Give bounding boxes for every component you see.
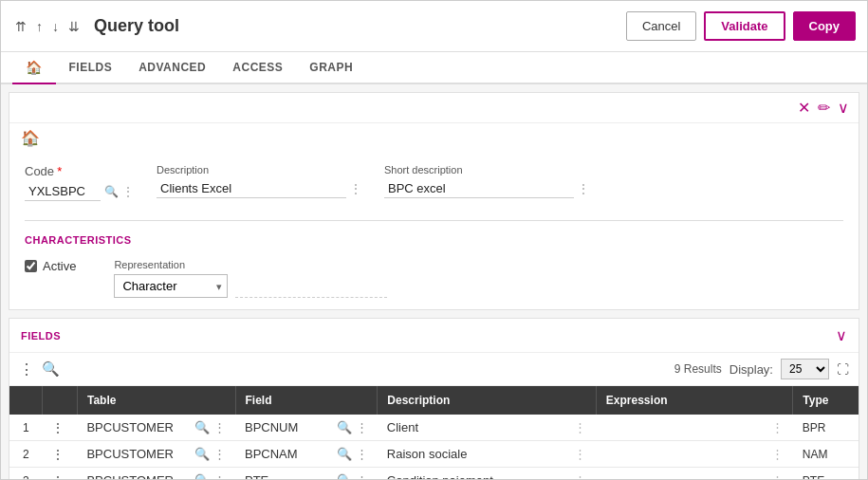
- search-cell-icon[interactable]: 🔍: [194, 447, 210, 461]
- tab-home[interactable]: 🏠: [12, 52, 56, 84]
- row-field: BPCNAM 🔍 ⋮: [235, 441, 378, 468]
- field-search-icon[interactable]: 🔍: [337, 447, 352, 461]
- cancel-button[interactable]: Cancel: [626, 11, 696, 41]
- more-icon[interactable]: ⋮: [122, 185, 134, 198]
- description-label: Description: [157, 164, 361, 175]
- expression-more-icon[interactable]: ⋮: [771, 473, 784, 479]
- more-cell-icon[interactable]: ⋮: [213, 473, 226, 479]
- field-search-icon[interactable]: 🔍: [337, 420, 352, 434]
- description-text: Raison sociale: [387, 447, 468, 461]
- fields-section: FIELDS ∨ ⋮ 🔍 9 Results Display: 25 50 10…: [9, 318, 859, 479]
- form-section: ✕ ✏ ∨ 🏠 Code * YXLSBPC: [9, 92, 859, 310]
- field-value: BPCNUM: [245, 420, 298, 434]
- description-more-icon[interactable]: ⋮: [574, 473, 586, 479]
- arrow-first-icon[interactable]: ⇈: [12, 17, 29, 36]
- drag-handle[interactable]: ⋮: [43, 468, 78, 480]
- tab-access[interactable]: ACCESS: [219, 53, 296, 83]
- tab-graph[interactable]: GRAPH: [296, 53, 366, 83]
- description-value-row: Clients Excel ⋮: [157, 179, 361, 198]
- active-checkbox-item: Active: [25, 259, 76, 273]
- description-field: Description Clients Excel ⋮: [157, 164, 361, 198]
- edit-icon[interactable]: ✏: [818, 99, 830, 117]
- active-checkbox[interactable]: [25, 260, 37, 272]
- tab-advanced[interactable]: ADVANCED: [125, 53, 219, 83]
- toolbar-search-icon[interactable]: 🔍: [42, 360, 60, 378]
- copy-button[interactable]: Copy: [793, 11, 857, 41]
- table-value: BPCUSTOMER: [86, 473, 174, 479]
- expression-more-icon[interactable]: ⋮: [771, 447, 784, 461]
- representation-select-row: Character Numeric Date: [114, 274, 387, 298]
- page-title: Query tool: [94, 16, 626, 36]
- col-header-field: Field: [235, 386, 378, 415]
- fields-collapse-icon[interactable]: ∨: [836, 326, 847, 344]
- more-cell-icon[interactable]: ⋮: [213, 420, 226, 434]
- arrow-down-icon[interactable]: ↓: [49, 17, 62, 36]
- fields-section-title: FIELDS: [21, 330, 61, 342]
- representation-select[interactable]: Character Numeric Date: [114, 274, 228, 298]
- field-value: PTE: [245, 473, 268, 479]
- col-header-num: [9, 386, 43, 415]
- search-cell-icon[interactable]: 🔍: [194, 473, 210, 479]
- table-header-row: Table Field Description Expression Type: [9, 386, 859, 415]
- expression-more-icon[interactable]: ⋮: [771, 420, 784, 434]
- table-toolbar: ⋮ 🔍 9 Results Display: 25 50 100 ⛶: [9, 353, 859, 386]
- row-table: BPCUSTOMER 🔍 ⋮: [77, 468, 235, 480]
- more-cell-icon[interactable]: ⋮: [213, 447, 226, 461]
- code-value-row: YXLSBPC 🔍 ⋮: [25, 182, 134, 201]
- row-num: 3: [9, 468, 43, 480]
- display-count-select[interactable]: 25 50 100: [781, 359, 829, 379]
- row-expression: ⋮: [596, 441, 792, 468]
- top-bar: ⇈ ↑ ↓ ⇊ Query tool Cancel Validate Copy: [1, 1, 867, 52]
- top-bar-actions: Cancel Validate Copy: [626, 11, 856, 41]
- representation-select-wrapper: Character Numeric Date: [114, 274, 228, 298]
- drag-handle[interactable]: ⋮: [43, 441, 78, 468]
- search-cell-icon[interactable]: 🔍: [194, 420, 210, 434]
- description-more-icon[interactable]: ⋮: [574, 420, 586, 434]
- table-toolbar-right: 9 Results Display: 25 50 100 ⛶: [674, 359, 849, 379]
- short-description-field: Short description BPC excel ⋮: [384, 164, 589, 198]
- col-header-type: Type: [793, 386, 859, 415]
- description-more-icon[interactable]: ⋮: [350, 182, 361, 195]
- short-desc-more-icon[interactable]: ⋮: [578, 182, 589, 195]
- arrow-up-icon[interactable]: ↑: [33, 17, 46, 36]
- arrow-last-icon[interactable]: ⇊: [65, 17, 83, 36]
- collapse-icon[interactable]: ∨: [838, 99, 849, 117]
- delete-icon[interactable]: ✕: [798, 99, 810, 117]
- col-header-expression: Expression: [596, 386, 792, 415]
- field-more-icon[interactable]: ⋮: [356, 447, 368, 461]
- row-field: PTE 🔍 ⋮: [235, 468, 378, 480]
- row-table: BPCUSTOMER 🔍 ⋮: [77, 441, 235, 468]
- representation-extra-input[interactable]: [235, 275, 387, 298]
- fields-section-header: FIELDS ∨: [9, 319, 859, 353]
- col-header-table: Table: [77, 386, 235, 415]
- required-indicator: *: [57, 164, 62, 178]
- col-header-drag: [43, 386, 78, 415]
- col-header-description: Description: [378, 386, 597, 415]
- field-more-icon[interactable]: ⋮: [356, 420, 368, 434]
- table-row: 3 ⋮ BPCUSTOMER 🔍 ⋮ PTE 🔍 ⋮ Conditi: [9, 468, 859, 480]
- field-more-icon[interactable]: ⋮: [356, 473, 368, 479]
- results-count: 9 Results: [674, 362, 722, 376]
- row-expression: ⋮: [596, 468, 792, 480]
- section-divider: [25, 220, 843, 221]
- row-description: Condition paiement ⋮: [378, 468, 597, 480]
- description-more-icon[interactable]: ⋮: [574, 447, 586, 461]
- short-description-value: BPC excel: [384, 179, 574, 198]
- search-icon[interactable]: 🔍: [104, 185, 119, 198]
- table-toolbar-left: ⋮ 🔍: [19, 360, 60, 378]
- row-field: BPCNUM 🔍 ⋮: [235, 415, 378, 441]
- table-row: 2 ⋮ BPCUSTOMER 🔍 ⋮ BPCNAM 🔍 ⋮ Rais: [9, 441, 859, 468]
- field-search-icon[interactable]: 🔍: [337, 473, 352, 479]
- validate-button[interactable]: Validate: [704, 11, 785, 41]
- content-area: ✕ ✏ ∨ 🏠 Code * YXLSBPC: [1, 84, 867, 479]
- expand-table-icon[interactable]: ⛶: [837, 362, 849, 377]
- field-value: BPCNAM: [245, 447, 298, 461]
- code-label: Code *: [25, 164, 134, 178]
- drag-handle[interactable]: ⋮: [43, 415, 78, 441]
- home-icon: 🏠: [26, 60, 43, 75]
- characteristics-row: Active Representation Character Numeric …: [9, 251, 859, 309]
- toolbar-dots-icon[interactable]: ⋮: [19, 360, 34, 378]
- home-breadcrumb-icon[interactable]: 🏠: [21, 129, 40, 147]
- tab-fields[interactable]: FIELDS: [56, 53, 126, 83]
- short-description-value-row: BPC excel ⋮: [384, 179, 589, 198]
